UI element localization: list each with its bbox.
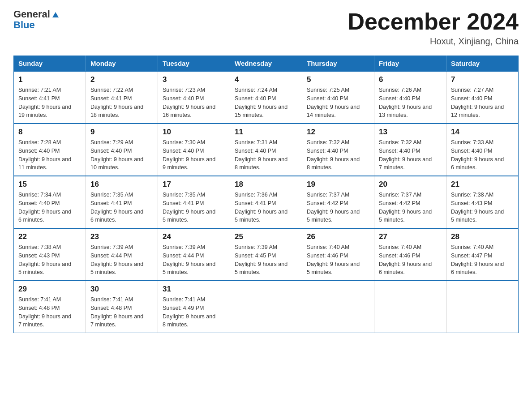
calendar-cell: 2Sunrise: 7:22 AMSunset: 4:41 PMDaylight… bbox=[86, 71, 158, 124]
day-number: 4 bbox=[235, 75, 297, 84]
day-info: Sunrise: 7:40 AMSunset: 4:46 PMDaylight:… bbox=[379, 243, 442, 277]
calendar-cell: 24Sunrise: 7:39 AMSunset: 4:44 PMDayligh… bbox=[158, 228, 230, 281]
calendar-cell: 4Sunrise: 7:24 AMSunset: 4:40 PMDaylight… bbox=[230, 71, 302, 124]
svg-marker-0 bbox=[52, 12, 59, 17]
calendar-cell: 27Sunrise: 7:40 AMSunset: 4:46 PMDayligh… bbox=[374, 228, 446, 281]
day-info: Sunrise: 7:37 AMSunset: 4:42 PMDaylight:… bbox=[379, 191, 442, 224]
page-header: General Blue December 2024 Hoxut, Xinjia… bbox=[13, 9, 519, 47]
day-number: 9 bbox=[90, 128, 153, 137]
calendar-header-saturday: Saturday bbox=[446, 56, 519, 72]
calendar-week-row: 8Sunrise: 7:28 AMSunset: 4:40 PMDaylight… bbox=[14, 124, 519, 176]
logo-triangle-icon bbox=[51, 9, 60, 19]
day-number: 17 bbox=[163, 180, 225, 189]
calendar-cell: 14Sunrise: 7:33 AMSunset: 4:40 PMDayligh… bbox=[446, 124, 519, 176]
day-info: Sunrise: 7:34 AMSunset: 4:40 PMDaylight:… bbox=[18, 191, 81, 224]
logo-general-text: General bbox=[13, 9, 50, 20]
calendar-cell: 26Sunrise: 7:40 AMSunset: 4:46 PMDayligh… bbox=[302, 228, 374, 281]
calendar-cell: 5Sunrise: 7:25 AMSunset: 4:40 PMDaylight… bbox=[302, 71, 374, 124]
calendar-cell: 29Sunrise: 7:41 AMSunset: 4:48 PMDayligh… bbox=[14, 281, 86, 333]
day-number: 16 bbox=[90, 180, 153, 189]
calendar-week-row: 29Sunrise: 7:41 AMSunset: 4:48 PMDayligh… bbox=[14, 281, 519, 333]
day-number: 12 bbox=[307, 128, 369, 137]
day-info: Sunrise: 7:32 AMSunset: 4:40 PMDaylight:… bbox=[379, 138, 442, 172]
calendar-cell: 20Sunrise: 7:37 AMSunset: 4:42 PMDayligh… bbox=[374, 176, 446, 228]
calendar-cell: 16Sunrise: 7:35 AMSunset: 4:41 PMDayligh… bbox=[86, 176, 158, 228]
day-number: 31 bbox=[163, 285, 225, 294]
calendar-cell: 22Sunrise: 7:38 AMSunset: 4:43 PMDayligh… bbox=[14, 228, 86, 281]
day-info: Sunrise: 7:41 AMSunset: 4:48 PMDaylight:… bbox=[18, 295, 81, 329]
calendar-cell: 8Sunrise: 7:28 AMSunset: 4:40 PMDaylight… bbox=[14, 124, 86, 176]
day-number: 13 bbox=[379, 128, 442, 137]
calendar-cell: 3Sunrise: 7:23 AMSunset: 4:40 PMDaylight… bbox=[158, 71, 230, 124]
calendar-header-thursday: Thursday bbox=[302, 56, 374, 72]
day-number: 29 bbox=[18, 285, 81, 294]
calendar-cell: 25Sunrise: 7:39 AMSunset: 4:45 PMDayligh… bbox=[230, 228, 302, 281]
day-number: 7 bbox=[451, 75, 514, 84]
title-block: December 2024 Hoxut, Xinjiang, China bbox=[348, 9, 519, 47]
day-info: Sunrise: 7:29 AMSunset: 4:40 PMDaylight:… bbox=[90, 138, 153, 172]
day-number: 18 bbox=[235, 180, 297, 189]
day-number: 3 bbox=[163, 75, 225, 84]
calendar-week-row: 15Sunrise: 7:34 AMSunset: 4:40 PMDayligh… bbox=[14, 176, 519, 228]
day-info: Sunrise: 7:35 AMSunset: 4:41 PMDaylight:… bbox=[163, 191, 225, 224]
calendar-cell: 9Sunrise: 7:29 AMSunset: 4:40 PMDaylight… bbox=[86, 124, 158, 176]
day-number: 30 bbox=[90, 285, 153, 294]
day-number: 10 bbox=[163, 128, 225, 137]
day-number: 23 bbox=[90, 232, 153, 241]
calendar-header-monday: Monday bbox=[86, 56, 158, 72]
calendar-cell: 31Sunrise: 7:41 AMSunset: 4:49 PMDayligh… bbox=[158, 281, 230, 333]
day-info: Sunrise: 7:32 AMSunset: 4:40 PMDaylight:… bbox=[307, 138, 369, 172]
day-info: Sunrise: 7:27 AMSunset: 4:40 PMDaylight:… bbox=[451, 86, 514, 120]
calendar-header-tuesday: Tuesday bbox=[158, 56, 230, 72]
day-number: 11 bbox=[235, 128, 297, 137]
day-number: 14 bbox=[451, 128, 514, 137]
day-info: Sunrise: 7:39 AMSunset: 4:45 PMDaylight:… bbox=[235, 243, 297, 277]
day-number: 15 bbox=[18, 180, 81, 189]
day-info: Sunrise: 7:21 AMSunset: 4:41 PMDaylight:… bbox=[18, 86, 81, 120]
calendar-week-row: 22Sunrise: 7:38 AMSunset: 4:43 PMDayligh… bbox=[14, 228, 519, 281]
day-info: Sunrise: 7:41 AMSunset: 4:49 PMDaylight:… bbox=[163, 295, 225, 329]
day-info: Sunrise: 7:25 AMSunset: 4:40 PMDaylight:… bbox=[307, 86, 369, 120]
calendar-cell: 13Sunrise: 7:32 AMSunset: 4:40 PMDayligh… bbox=[374, 124, 446, 176]
calendar-cell: 28Sunrise: 7:40 AMSunset: 4:47 PMDayligh… bbox=[446, 228, 519, 281]
day-number: 2 bbox=[90, 75, 153, 84]
day-number: 21 bbox=[451, 180, 514, 189]
calendar-cell bbox=[446, 281, 519, 333]
calendar-header-wednesday: Wednesday bbox=[230, 56, 302, 72]
logo: General Blue bbox=[13, 9, 60, 30]
calendar-header-sunday: Sunday bbox=[14, 56, 86, 72]
day-info: Sunrise: 7:23 AMSunset: 4:40 PMDaylight:… bbox=[163, 86, 225, 120]
calendar-cell: 1Sunrise: 7:21 AMSunset: 4:41 PMDaylight… bbox=[14, 71, 86, 124]
day-number: 19 bbox=[307, 180, 369, 189]
calendar-cell: 12Sunrise: 7:32 AMSunset: 4:40 PMDayligh… bbox=[302, 124, 374, 176]
day-info: Sunrise: 7:31 AMSunset: 4:40 PMDaylight:… bbox=[235, 138, 297, 172]
calendar-cell bbox=[302, 281, 374, 333]
day-number: 25 bbox=[235, 232, 297, 241]
day-info: Sunrise: 7:40 AMSunset: 4:47 PMDaylight:… bbox=[451, 243, 514, 277]
day-number: 1 bbox=[18, 75, 81, 84]
calendar-cell: 18Sunrise: 7:36 AMSunset: 4:41 PMDayligh… bbox=[230, 176, 302, 228]
day-info: Sunrise: 7:30 AMSunset: 4:40 PMDaylight:… bbox=[163, 138, 225, 172]
day-info: Sunrise: 7:33 AMSunset: 4:40 PMDaylight:… bbox=[451, 138, 514, 172]
calendar-header-friday: Friday bbox=[374, 56, 446, 72]
day-info: Sunrise: 7:28 AMSunset: 4:40 PMDaylight:… bbox=[18, 138, 81, 172]
day-info: Sunrise: 7:36 AMSunset: 4:41 PMDaylight:… bbox=[235, 191, 297, 224]
calendar-cell bbox=[374, 281, 446, 333]
calendar-cell: 7Sunrise: 7:27 AMSunset: 4:40 PMDaylight… bbox=[446, 71, 519, 124]
calendar-cell: 21Sunrise: 7:38 AMSunset: 4:43 PMDayligh… bbox=[446, 176, 519, 228]
calendar-cell: 10Sunrise: 7:30 AMSunset: 4:40 PMDayligh… bbox=[158, 124, 230, 176]
calendar-cell bbox=[230, 281, 302, 333]
calendar-table: SundayMondayTuesdayWednesdayThursdayFrid… bbox=[13, 56, 519, 333]
calendar-cell: 6Sunrise: 7:26 AMSunset: 4:40 PMDaylight… bbox=[374, 71, 446, 124]
calendar-cell: 19Sunrise: 7:37 AMSunset: 4:42 PMDayligh… bbox=[302, 176, 374, 228]
day-number: 28 bbox=[451, 232, 514, 241]
day-info: Sunrise: 7:37 AMSunset: 4:42 PMDaylight:… bbox=[307, 191, 369, 224]
day-number: 20 bbox=[379, 180, 442, 189]
day-number: 22 bbox=[18, 232, 81, 241]
calendar-week-row: 1Sunrise: 7:21 AMSunset: 4:41 PMDaylight… bbox=[14, 71, 519, 124]
calendar-cell: 15Sunrise: 7:34 AMSunset: 4:40 PMDayligh… bbox=[14, 176, 86, 228]
day-info: Sunrise: 7:38 AMSunset: 4:43 PMDaylight:… bbox=[451, 191, 514, 224]
calendar-cell: 23Sunrise: 7:39 AMSunset: 4:44 PMDayligh… bbox=[86, 228, 158, 281]
day-info: Sunrise: 7:26 AMSunset: 4:40 PMDaylight:… bbox=[379, 86, 442, 120]
day-number: 27 bbox=[379, 232, 442, 241]
